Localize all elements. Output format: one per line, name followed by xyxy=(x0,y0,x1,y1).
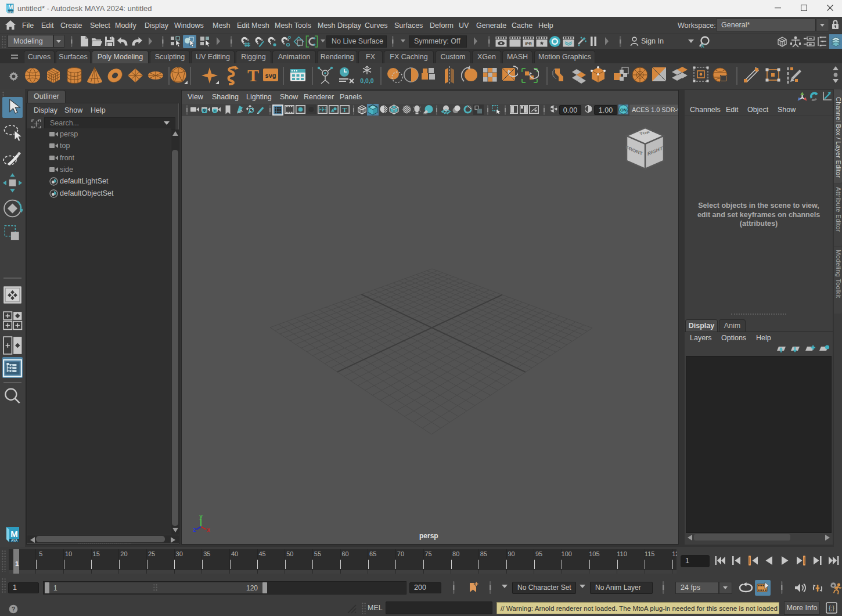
svg-text:svg: svg xyxy=(265,72,276,79)
svg-text:M: M xyxy=(8,4,13,10)
svg-text:X: X xyxy=(701,43,704,48)
svg-text:T: T xyxy=(247,66,259,85)
svg-text:AYA: AYA xyxy=(11,539,18,542)
svg-text:MAYA: MAYA xyxy=(8,10,14,13)
svg-text:M: M xyxy=(10,529,18,539)
svg-text:z: z xyxy=(193,527,196,533)
svg-text:IPR: IPR xyxy=(525,42,532,46)
svg-text:x: x xyxy=(207,527,210,533)
svg-text:y: y xyxy=(199,514,203,520)
svg-text:0,0,0: 0,0,0 xyxy=(360,77,374,84)
svg-text:?: ? xyxy=(12,606,16,613)
svg-text:{;}: {;} xyxy=(829,605,834,611)
